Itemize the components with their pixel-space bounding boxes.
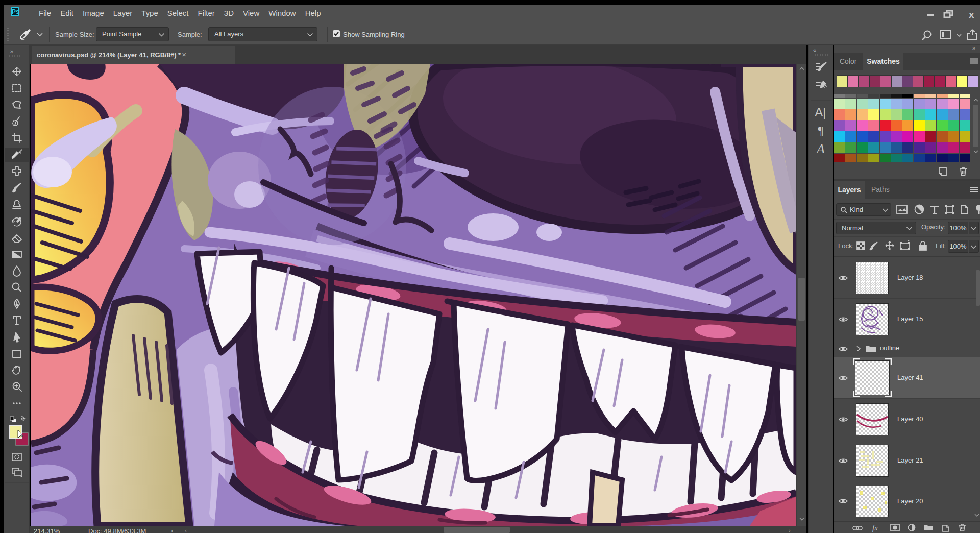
svg-text:fx: fx	[872, 524, 878, 532]
svg-text:A: A	[816, 141, 825, 156]
svg-text:¶: ¶	[818, 124, 824, 137]
svg-text:A|: A|	[815, 105, 826, 119]
svg-text:x: x	[969, 9, 974, 20]
